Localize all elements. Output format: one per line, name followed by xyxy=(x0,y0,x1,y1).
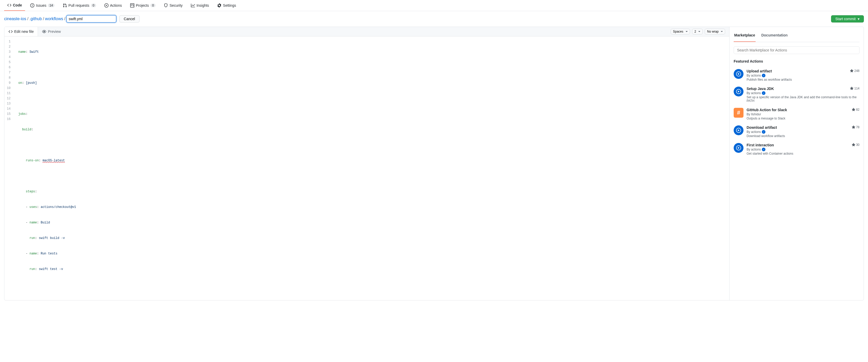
action-item[interactable]: #GitHub Action for SlackBy IlshidurOutpu… xyxy=(734,105,860,123)
issue-icon xyxy=(30,3,34,7)
marketplace-search-input[interactable] xyxy=(734,46,860,54)
action-author: By actions✓ xyxy=(747,148,860,151)
action-title: Download artifact xyxy=(747,126,860,130)
git-pull-request-icon xyxy=(63,3,67,7)
breadcrumb-separator: / xyxy=(27,17,28,21)
nav-issues[interactable]: Issues 14 xyxy=(27,0,58,10)
action-title: Upload artifact xyxy=(747,69,860,73)
action-item[interactable]: Setup Java JDKBy actions✓Set up a specif… xyxy=(734,84,860,105)
action-title: First interaction xyxy=(747,143,860,147)
wrap-mode-select[interactable]: No wrap xyxy=(705,29,725,34)
line-numbers: 1 2 3 4 5 6 7 8 9 10 11 12 13 14 15 16 xyxy=(4,36,16,300)
cancel-button[interactable]: Cancel xyxy=(119,15,140,23)
nav-pulls[interactable]: Pull requests 0 xyxy=(60,0,99,10)
tab-preview-label: Preview xyxy=(48,29,61,34)
breadcrumb-repo[interactable]: cineaste-ios xyxy=(4,17,26,21)
nav-security[interactable]: Security xyxy=(161,0,186,10)
play-circle-icon xyxy=(734,126,743,135)
action-description: Download workflow artifacts xyxy=(747,134,860,138)
action-stars: 78 xyxy=(852,126,860,129)
play-circle-icon xyxy=(734,143,743,153)
shield-icon xyxy=(164,3,168,7)
nav-security-label: Security xyxy=(169,3,183,7)
action-item[interactable]: Upload artifactBy actions✓Publish files … xyxy=(734,66,860,84)
caret-down-icon: ▾ xyxy=(858,17,860,21)
nav-projects[interactable]: Projects 0 xyxy=(127,0,159,10)
nav-issues-label: Issues xyxy=(36,3,46,7)
code-editor[interactable]: 1 2 3 4 5 6 7 8 9 10 11 12 13 14 15 16 n… xyxy=(4,36,729,300)
sidebar-tabs: Marketplace Documentation xyxy=(734,31,860,42)
play-icon xyxy=(104,3,108,7)
action-content: First interactionBy actions✓Get started … xyxy=(747,143,860,156)
nav-actions[interactable]: Actions xyxy=(101,0,125,10)
filename-input[interactable] xyxy=(66,15,116,23)
action-stars: 248 xyxy=(850,69,860,73)
breadcrumb-separator: / xyxy=(43,17,44,21)
featured-actions-list: Upload artifactBy actions✓Publish files … xyxy=(734,66,860,158)
nav-code-label: Code xyxy=(13,3,22,7)
action-author: By actions✓ xyxy=(747,91,860,95)
verified-icon: ✓ xyxy=(762,148,766,151)
play-circle-icon xyxy=(734,69,743,79)
nav-projects-label: Projects xyxy=(136,3,149,7)
slack-hash-icon: # xyxy=(734,108,743,118)
pulls-count: 0 xyxy=(91,4,96,7)
nav-insights[interactable]: Insights xyxy=(188,0,212,10)
editor-left: Edit new file Preview Spaces 2 No wrap xyxy=(4,27,729,300)
editor-controls: Spaces 2 No wrap xyxy=(671,29,725,34)
star-icon xyxy=(852,143,855,147)
breadcrumb-row: cineaste-ios / .github / workflows / Can… xyxy=(0,11,868,27)
start-commit-button[interactable]: Start commit ▾ xyxy=(831,15,864,23)
nav-settings-label: Settings xyxy=(223,3,236,7)
code-content[interactable]: name: Swift on: [push] jobs: build: runs… xyxy=(16,36,729,300)
action-author: By Ilshidur xyxy=(747,112,860,116)
breadcrumb-separator: / xyxy=(64,17,65,21)
tab-edit-file[interactable]: Edit new file xyxy=(4,27,38,36)
nav-actions-label: Actions xyxy=(110,3,122,7)
nav-settings[interactable]: Settings xyxy=(214,0,239,10)
verified-icon: ✓ xyxy=(762,130,766,134)
action-title: Setup Java JDK xyxy=(747,87,860,91)
tab-marketplace[interactable]: Marketplace xyxy=(734,31,755,42)
featured-actions-title: Featured Actions xyxy=(734,59,860,63)
action-content: Download artifactBy actions✓Download wor… xyxy=(747,126,860,138)
code-icon xyxy=(7,3,11,7)
action-title: GitHub Action for Slack xyxy=(747,108,860,112)
nav-code[interactable]: Code xyxy=(4,0,25,11)
action-description: Get started with Container actions xyxy=(747,152,860,156)
indent-mode-select[interactable]: Spaces xyxy=(671,29,690,34)
indent-size-select[interactable]: 2 xyxy=(692,29,703,34)
verified-icon: ✓ xyxy=(762,74,766,77)
action-author: By actions✓ xyxy=(747,74,860,77)
tab-documentation[interactable]: Documentation xyxy=(761,31,788,42)
editor-tabs-left: Edit new file Preview xyxy=(4,27,65,36)
action-item[interactable]: First interactionBy actions✓Get started … xyxy=(734,140,860,158)
marketplace-sidebar: Marketplace Documentation Featured Actio… xyxy=(729,27,864,300)
star-icon xyxy=(850,87,854,90)
tab-preview[interactable]: Preview xyxy=(38,27,65,36)
graph-icon xyxy=(191,3,195,7)
projects-count: 0 xyxy=(150,4,156,7)
start-commit-label: Start commit xyxy=(835,17,856,21)
verified-icon: ✓ xyxy=(762,91,766,95)
star-icon xyxy=(852,108,855,111)
action-author: By actions✓ xyxy=(747,130,860,134)
breadcrumb-workflows[interactable]: workflows xyxy=(45,17,63,21)
star-icon xyxy=(852,126,855,129)
action-stars: 82 xyxy=(852,108,860,111)
action-item[interactable]: Download artifactBy actions✓Download wor… xyxy=(734,123,860,140)
action-description: Set up a specific version of the Java JD… xyxy=(747,95,860,103)
action-stars: 114 xyxy=(850,87,860,90)
editor-container: Edit new file Preview Spaces 2 No wrap xyxy=(4,27,864,301)
project-icon xyxy=(130,3,134,7)
action-description: Outputs a message to Slack xyxy=(747,117,860,120)
action-stars: 30 xyxy=(852,143,860,147)
action-content: Setup Java JDKBy actions✓Set up a specif… xyxy=(747,87,860,103)
action-content: Upload artifactBy actions✓Publish files … xyxy=(747,69,860,81)
action-content: GitHub Action for SlackBy IlshidurOutput… xyxy=(747,108,860,120)
code-icon xyxy=(8,29,13,34)
nav-insights-label: Insights xyxy=(196,3,209,7)
breadcrumb: cineaste-ios / .github / workflows / Can… xyxy=(4,15,140,23)
tab-edit-label: Edit new file xyxy=(14,29,34,34)
breadcrumb-github[interactable]: .github xyxy=(29,17,42,21)
